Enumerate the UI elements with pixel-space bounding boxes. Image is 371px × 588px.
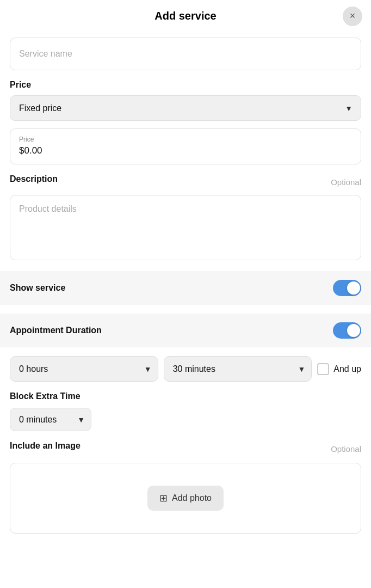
and-up-wrapper: And up: [317, 363, 361, 375]
price-value: $0.00: [19, 145, 352, 156]
modal-title: Add service: [154, 10, 216, 22]
include-image-label: Include an Image: [10, 441, 81, 451]
show-service-section: Show service: [0, 271, 371, 305]
include-image-header: Include an Image Optional: [10, 441, 361, 456]
price-type-wrapper: Fixed price Variable price Free ▼: [10, 95, 361, 121]
block-extra-time-section: Block Extra Time 0 minutes 5 minutes 10 …: [10, 391, 361, 431]
price-type-select[interactable]: Fixed price Variable price Free: [10, 95, 361, 121]
price-label: Price: [10, 80, 361, 90]
modal-header: Add service ×: [0, 0, 371, 32]
block-select[interactable]: 0 minutes 5 minutes 10 minutes 15 minute…: [10, 408, 91, 431]
description-header: Description Optional: [10, 174, 361, 189]
block-select-wrapper: 0 minutes 5 minutes 10 minutes 15 minute…: [10, 408, 91, 431]
minutes-select[interactable]: 0 minutes 15 minutes 30 minutes 45 minut…: [164, 356, 312, 382]
and-up-label: And up: [333, 364, 361, 374]
price-field-label: Price: [19, 136, 352, 143]
description-label: Description: [10, 174, 58, 184]
appointment-duration-toggle[interactable]: [333, 322, 361, 339]
minutes-select-wrapper: 0 minutes 15 minutes 30 minutes 45 minut…: [164, 356, 312, 382]
appointment-duration-section: Appointment Duration: [0, 314, 371, 347]
modal-body: Price Fixed price Variable price Free ▼ …: [0, 32, 371, 550]
add-photo-label: Add photo: [172, 493, 212, 503]
close-button[interactable]: ×: [343, 7, 362, 26]
hours-select[interactable]: 0 hours 1 hour 2 hours 3 hours: [10, 356, 158, 382]
description-textarea[interactable]: [10, 195, 361, 260]
block-extra-time-label: Block Extra Time: [10, 391, 361, 401]
description-section: Description Optional: [10, 174, 361, 262]
add-service-modal: Add service × Price Fixed price Variable…: [0, 0, 371, 588]
include-image-optional: Optional: [331, 444, 361, 454]
show-service-toggle[interactable]: [333, 280, 361, 296]
duration-row: 0 hours 1 hour 2 hours 3 hours ▼ 0 minut…: [10, 356, 361, 382]
image-upload-area[interactable]: ⊞ Add photo: [10, 463, 361, 534]
and-up-checkbox[interactable]: [317, 363, 329, 375]
hours-select-wrapper: 0 hours 1 hour 2 hours 3 hours ▼: [10, 356, 158, 382]
service-name-input[interactable]: [10, 38, 361, 70]
add-photo-button[interactable]: ⊞ Add photo: [147, 486, 224, 511]
appointment-duration-slider: [333, 322, 361, 339]
price-field[interactable]: Price $0.00: [10, 128, 361, 164]
price-section: Price Fixed price Variable price Free ▼ …: [10, 80, 361, 164]
show-service-slider: [333, 280, 361, 296]
description-optional: Optional: [331, 177, 361, 187]
add-photo-icon: ⊞: [159, 492, 168, 504]
include-image-section: Include an Image Optional ⊞ Add photo: [10, 441, 361, 534]
show-service-label: Show service: [10, 283, 65, 293]
appointment-duration-label: Appointment Duration: [10, 326, 102, 335]
